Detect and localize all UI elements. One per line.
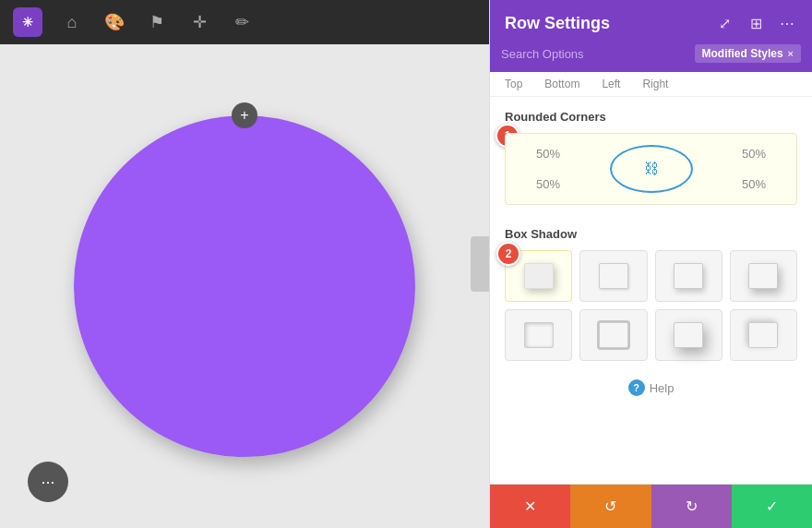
canvas-area: ✳ ⌂ 🎨 ⚑ ✛ ✏ + ··· — [0, 0, 489, 528]
help-icon[interactable]: ? — [628, 379, 645, 396]
help-bar: ? Help — [490, 370, 812, 405]
settings-panel: Row Settings ⤢ ⊞ ⋯ Modified Styles × Top… — [489, 0, 812, 528]
shadow-md-preview — [674, 263, 703, 289]
panel-header-icons: ⤢ ⊞ ⋯ — [714, 13, 797, 33]
rounded-corners-title: Rounded Corners — [505, 110, 797, 124]
redo-button[interactable]: ↻ — [651, 485, 732, 528]
divi-logo-icon[interactable]: ✳ — [13, 7, 42, 37]
pencil-icon[interactable]: ✏ — [229, 9, 255, 35]
link-icon-wrap: ⛓ — [610, 145, 693, 193]
top-right-radius-input[interactable] — [726, 147, 782, 161]
save-button[interactable]: ✓ — [732, 485, 812, 528]
tab-top[interactable]: Top — [505, 78, 522, 96]
tab-bottom[interactable]: Bottom — [544, 78, 579, 96]
cancel-button[interactable]: ✕ — [490, 485, 570, 528]
add-element-button[interactable]: + — [232, 102, 257, 128]
bottom-left-radius-input[interactable] — [520, 177, 576, 191]
modified-styles-badge[interactable]: Modified Styles × — [695, 44, 801, 63]
shadow-options-grid: 2 — [505, 250, 797, 361]
shadow-tl-preview — [748, 322, 778, 348]
shadow-option-xl[interactable] — [655, 309, 722, 361]
top-left-radius-input[interactable] — [520, 147, 576, 161]
shadow-inner-preview — [524, 322, 554, 348]
shadow-none-preview — [524, 263, 554, 289]
search-input[interactable] — [501, 47, 695, 61]
columns-icon[interactable]: ⊞ — [746, 13, 766, 33]
step-2-badge: 2 — [496, 242, 520, 266]
add-icon[interactable]: ✛ — [186, 9, 212, 35]
bottom-right-radius-input[interactable] — [726, 177, 782, 191]
shadow-option-sm[interactable] — [579, 250, 647, 302]
shadow-outline-preview — [599, 322, 628, 348]
floating-menu-button[interactable]: ··· — [28, 462, 68, 502]
shadow-option-inner[interactable] — [505, 309, 572, 361]
box-shadow-section: Box Shadow 2 — [490, 214, 812, 370]
panel-title: Row Settings — [505, 14, 610, 33]
modified-badge-close[interactable]: × — [788, 48, 794, 59]
rounded-corners-section: Rounded Corners 1 ⛓ — [490, 97, 812, 214]
rounded-corners-container: 1 ⛓ — [505, 133, 797, 205]
tab-left[interactable]: Left — [602, 78, 620, 96]
position-tabs: Top Bottom Left Right — [490, 72, 812, 97]
link-icon: ⛓ — [644, 161, 659, 177]
box-shadow-container: 2 — [505, 250, 797, 361]
shadow-xl-preview — [674, 322, 703, 348]
shadow-option-outline[interactable] — [579, 309, 647, 361]
flag-icon[interactable]: ⚑ — [144, 9, 170, 35]
tab-right[interactable]: Right — [642, 78, 668, 96]
help-label[interactable]: Help — [650, 381, 675, 395]
shadow-option-md[interactable] — [655, 250, 722, 302]
rounded-corners-box: ⛓ — [505, 133, 797, 205]
search-bar: Modified Styles × — [490, 44, 812, 72]
panel-body: Top Bottom Left Right Rounded Corners 1 … — [490, 72, 812, 484]
panel-drag-handle[interactable] — [471, 236, 489, 292]
shadow-option-none[interactable]: 2 — [505, 250, 572, 302]
link-corners-button[interactable]: ⛓ — [610, 145, 693, 193]
paint-bucket-icon[interactable]: 🎨 — [102, 9, 127, 35]
box-shadow-title: Box Shadow — [505, 227, 797, 241]
shadow-option-tl[interactable] — [730, 309, 797, 361]
shadow-lg-preview — [748, 263, 778, 289]
home-icon[interactable]: ⌂ — [59, 9, 85, 35]
shadow-option-lg[interactable] — [730, 250, 797, 302]
toolbar: ✳ ⌂ 🎨 ⚑ ✛ ✏ — [0, 0, 489, 44]
expand-icon[interactable]: ⤢ — [714, 13, 734, 33]
panel-header: Row Settings ⤢ ⊞ ⋯ — [490, 0, 812, 44]
modified-badge-label: Modified Styles — [702, 47, 783, 60]
more-icon[interactable]: ⋯ — [777, 13, 797, 33]
panel-footer: ✕ ↺ ↻ ✓ — [490, 484, 812, 528]
reset-button[interactable]: ↺ — [570, 485, 651, 528]
purple-circle: + — [74, 115, 415, 457]
shadow-sm-preview — [599, 263, 628, 289]
search-input-wrap — [501, 45, 695, 62]
